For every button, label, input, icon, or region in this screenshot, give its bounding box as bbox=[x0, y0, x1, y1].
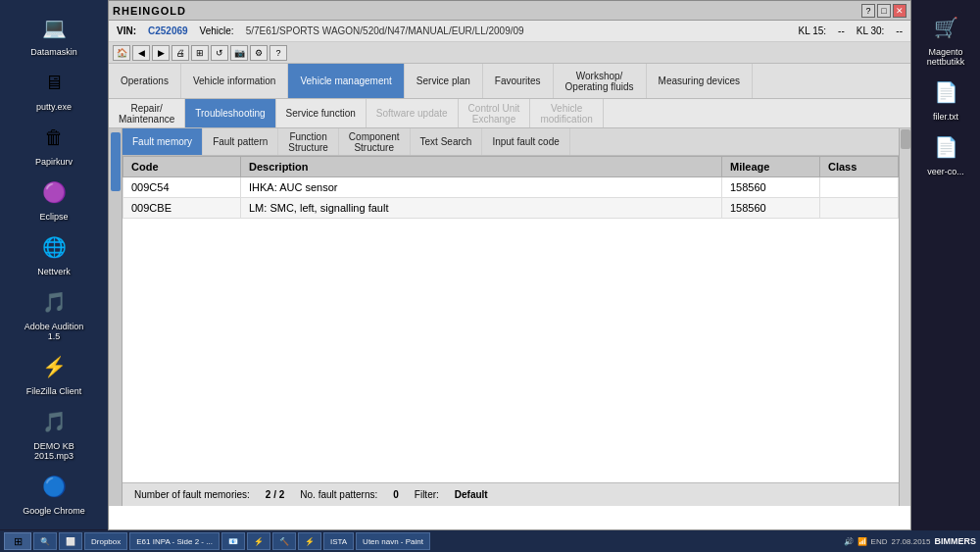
minimize-button[interactable]: ? bbox=[861, 4, 875, 18]
desktop-icon-label: Papirkurv bbox=[35, 157, 73, 167]
camera-button[interactable]: 📷 bbox=[230, 45, 248, 61]
taskbar-app5-button[interactable]: 🔨 bbox=[272, 532, 296, 550]
settings2-button[interactable]: ⚙ bbox=[250, 45, 268, 61]
desktop-icon-label: Google Chrome bbox=[23, 506, 85, 516]
magento-icon: 🛒 bbox=[928, 10, 963, 45]
subtab-vehicle-mod[interactable]: Vehicle modification bbox=[530, 99, 603, 127]
kl15-value: -- bbox=[838, 25, 845, 36]
scrollbar-thumb[interactable] bbox=[901, 129, 910, 149]
desktop-icon-filer[interactable]: 📄 filer.txt bbox=[910, 73, 980, 124]
desktop-icon-eclipse[interactable]: 🟣 Eclipse bbox=[19, 173, 89, 224]
col-class: Class bbox=[820, 157, 899, 177]
taskbar-app4-button[interactable]: ⚡ bbox=[247, 532, 270, 550]
right-scrollbar[interactable] bbox=[899, 128, 910, 506]
home-button[interactable]: 🏠 bbox=[113, 45, 130, 61]
chrome-icon: 🔵 bbox=[36, 469, 72, 504]
cell-mileage: 158560 bbox=[722, 177, 820, 198]
tab-workshop[interactable]: Workshop/ Operating fluids bbox=[554, 64, 647, 98]
scan-button[interactable]: ⊞ bbox=[191, 45, 209, 61]
desktop-icon-label: filer.txt bbox=[933, 112, 958, 122]
file2-icon: 📄 bbox=[928, 129, 963, 165]
subtab-repair[interactable]: Repair/ Maintenance bbox=[109, 99, 185, 127]
vin-bar: VIN: C252069 Vehicle: 5/7E61/SPORTS WAGO… bbox=[109, 21, 910, 42]
desktop-icon-label: DEMO KB 2015.mp3 bbox=[21, 441, 87, 461]
tab-component-structure[interactable]: Component Structure bbox=[339, 128, 411, 155]
computer-icon: 💻 bbox=[36, 10, 72, 45]
tab-fault-memory[interactable]: Fault memory bbox=[122, 128, 203, 155]
close-button[interactable]: ✕ bbox=[893, 4, 906, 18]
trash-icon: 🗑 bbox=[36, 120, 72, 155]
back-button[interactable]: ◀ bbox=[132, 45, 150, 61]
tab-fault-pattern[interactable]: Fault pattern bbox=[203, 128, 278, 155]
vin-label: VIN: bbox=[117, 25, 136, 36]
desktop-icon-magento[interactable]: 🛒 Magento nettbutikk bbox=[910, 8, 980, 69]
desktop-icon-adobe[interactable]: 🎵 Adobe Audition 1.5 bbox=[19, 282, 89, 343]
tab-measuring[interactable]: Measuring devices bbox=[647, 64, 753, 98]
forward-button[interactable]: ▶ bbox=[152, 45, 170, 61]
adobe-icon: 🎵 bbox=[36, 284, 72, 320]
desktop-icon-label: Nettverk bbox=[37, 267, 71, 276]
eclipse-icon: 🟣 bbox=[36, 175, 72, 210]
taskbar-outlook-button[interactable]: 📧 bbox=[221, 532, 245, 550]
taskbar-taskview-button[interactable]: ⬜ bbox=[59, 532, 82, 550]
subtab-troubleshooting[interactable]: Troubleshooting bbox=[185, 99, 275, 127]
title-bar: RHEINGOLD ? □ ✕ bbox=[109, 1, 910, 21]
desktop-icon-label: Adobe Audition 1.5 bbox=[21, 322, 87, 341]
sub-nav-row: Fault memory Fault pattern Function Stru… bbox=[122, 128, 899, 156]
desktop-icon-chrome[interactable]: 🔵 Google Chrome bbox=[19, 467, 89, 518]
vehicle-label: Vehicle: bbox=[200, 25, 234, 36]
table-row[interactable]: 009CBE LM: SMC, left, signalling fault 1… bbox=[123, 198, 899, 219]
desktop-icon-nettverk[interactable]: 🌐 Nettverk bbox=[19, 227, 89, 278]
tab-vehicle-info[interactable]: Vehicle information bbox=[181, 64, 289, 98]
subtab-control-unit[interactable]: Control Unit Exchange bbox=[459, 99, 531, 127]
tab-function-structure[interactable]: Function Structure bbox=[278, 128, 339, 155]
start-button[interactable]: ⊞ bbox=[4, 532, 31, 550]
taskbar-e61inpa-button[interactable]: E61 INPA - Side 2 - ... bbox=[129, 532, 220, 550]
taskbar-ista-button[interactable]: ISTA bbox=[323, 532, 354, 550]
desktop-icon-label: Datamaskin bbox=[30, 47, 77, 57]
desktop-icon-datamaskin[interactable]: 💻 Datamaskin bbox=[19, 8, 89, 59]
tab-text-search[interactable]: Text Search bbox=[411, 128, 483, 155]
main-content: Fault memory Fault pattern Function Stru… bbox=[122, 128, 899, 506]
refresh-button[interactable]: ↺ bbox=[211, 45, 228, 61]
tab-operations[interactable]: Operations bbox=[109, 64, 181, 98]
taskbar-filezilla-button[interactable]: ⚡ bbox=[298, 532, 321, 550]
col-description: Description bbox=[241, 157, 722, 177]
desktop-right: 🛒 Magento nettbutikk 📄 filer.txt 📄 veer-… bbox=[911, 0, 980, 520]
maximize-button[interactable]: □ bbox=[877, 4, 891, 18]
table-container: Code Description Mileage Class 009C54 IH… bbox=[122, 156, 899, 482]
taskbar-dropbox-button[interactable]: Dropbox bbox=[84, 532, 127, 550]
taskbar-right: 🔊 📶 END 27.08.2015 BIMMERS bbox=[844, 536, 976, 546]
cell-description: LM: SMC, left, signalling fault bbox=[241, 198, 722, 219]
left-nav-panel bbox=[109, 128, 122, 506]
tab-input-fault[interactable]: Input fault code bbox=[482, 128, 569, 155]
left-nav-indicator bbox=[111, 132, 121, 191]
taskbar-paint-button[interactable]: Uten navn - Paint bbox=[356, 532, 430, 550]
subtab-software-update[interactable]: Software update bbox=[367, 99, 459, 127]
desktop-icon-papirkurv[interactable]: 🗑 Papirkurv bbox=[19, 118, 89, 169]
taskbar-search-button[interactable]: 🔍 bbox=[33, 532, 57, 550]
desktop-icon-demo[interactable]: 🎵 DEMO KB 2015.mp3 bbox=[19, 402, 89, 463]
bimmers-logo: BIMMERS bbox=[935, 536, 977, 546]
vin-value: C252069 bbox=[148, 25, 188, 36]
cell-code: 009CBE bbox=[123, 198, 241, 219]
desktop-icon-filezilla[interactable]: ⚡ FileZilla Client bbox=[19, 347, 89, 398]
col-mileage: Mileage bbox=[722, 157, 820, 177]
desktop-icon-veer[interactable]: 📄 veer-co... bbox=[910, 127, 980, 178]
file-icon: 📄 bbox=[928, 75, 963, 110]
vehicle-value: 5/7E61/SPORTS WAGON/520d/N47/MANUAL/EUR/… bbox=[246, 25, 524, 36]
fault-table: Code Description Mileage Class 009C54 IH… bbox=[122, 156, 899, 219]
subtab-service-function[interactable]: Service function bbox=[276, 99, 367, 127]
print-button[interactable]: 🖨 bbox=[172, 45, 189, 61]
tab-vehicle-mgmt[interactable]: Vehicle management bbox=[288, 64, 404, 98]
filter-label: Filter: bbox=[415, 489, 439, 500]
help-button[interactable]: ? bbox=[270, 45, 287, 61]
tab-favourites[interactable]: Favourites bbox=[483, 64, 554, 98]
cell-code: 009C54 bbox=[123, 177, 241, 198]
kl30-label: KL 30: bbox=[857, 25, 885, 36]
table-row[interactable]: 009C54 IHKA: AUC sensor 158560 bbox=[123, 177, 899, 198]
fault-patterns-label: No. fault patterns: bbox=[300, 489, 377, 500]
desktop-icon-putty[interactable]: 🖥 putty.exe bbox=[19, 63, 89, 114]
tab-service-plan[interactable]: Service plan bbox=[405, 64, 483, 98]
filezilla-icon: ⚡ bbox=[36, 349, 72, 384]
